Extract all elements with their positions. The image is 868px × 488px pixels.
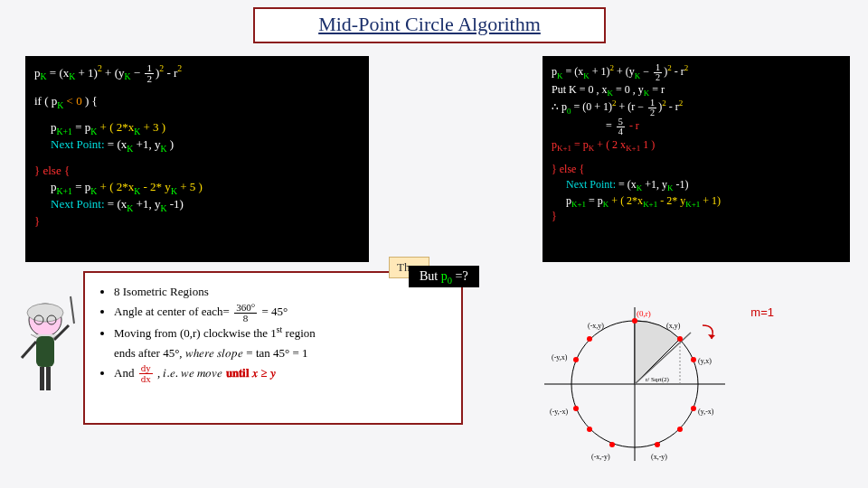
svg-point-22 xyxy=(677,427,683,432)
svg-point-15 xyxy=(632,318,637,324)
algorithm-code-left: pK = (xK + 1)2 + (yK − 12)2 - r2 if ( pK… xyxy=(25,56,369,262)
svg-point-23 xyxy=(587,427,592,432)
svg-rect-7 xyxy=(46,367,51,390)
svg-text:(-x,y): (-x,y) xyxy=(588,322,604,330)
iso-bullet-3: Moving from (0,r) clockwise the 1st regi… xyxy=(114,324,448,363)
svg-text:(y,x): (y,x) xyxy=(698,357,712,365)
svg-text:(-y,x): (-y,x) xyxy=(552,353,568,361)
slope-label: m=1 xyxy=(750,305,774,319)
svg-text:(-y,-x): (-y,-x) xyxy=(550,408,568,416)
code-line: pK = (xK + 1)2 + (yK − 12)2 - r2 xyxy=(552,63,841,82)
iso-bullet-2: Angle at center of each= 360°8 = 45° xyxy=(114,302,448,324)
code-line: ∴ p0 = (0 + 1)2 + (r − 12)2 - r2 xyxy=(552,99,841,117)
algorithm-code-right: pK = (xK + 1)2 + (yK − 12)2 - r2 Put K =… xyxy=(542,56,850,262)
code-line: = 54 - r xyxy=(552,117,841,136)
svg-line-8 xyxy=(22,342,36,358)
iso-bullet-4: And dydx , 𝑖.𝑒. 𝑤𝑒 𝑚𝑜𝑣𝑒 𝐮𝐧𝐭𝐢𝐥 𝑥 ≥ 𝑦 xyxy=(114,363,448,385)
svg-text:(0,r): (0,r) xyxy=(637,309,651,318)
code-line: pK+1 = pK + ( 2 xK+1 1 ) xyxy=(552,137,841,153)
svg-line-0 xyxy=(71,296,74,324)
slide-title: Mid-Point Circle Algorithm xyxy=(253,7,606,43)
teacher-icon xyxy=(9,289,81,398)
code-line: } else { xyxy=(34,163,360,180)
svg-text:(-x,-y): (-x,-y) xyxy=(591,453,610,461)
code-line: if ( pK < 0 ) { xyxy=(34,93,360,110)
svg-point-2 xyxy=(27,304,63,322)
svg-point-17 xyxy=(587,336,592,342)
svg-point-34 xyxy=(655,442,660,447)
svg-rect-6 xyxy=(40,367,44,390)
svg-point-30 xyxy=(691,357,696,362)
svg-text:(x,y): (x,y) xyxy=(666,322,681,330)
code-line: pK+1 = pK + ( 2*xK - 2* yK + 5 ) xyxy=(34,179,360,196)
code-line: Next Point: = (xK +1, yK -1) xyxy=(34,196,360,213)
code-line: pK = (xK + 1)2 + (yK − 12)2 - r2 xyxy=(34,63,360,84)
code-line: } xyxy=(34,213,360,230)
code-line: Next Point: = (xK +1, yK -1) xyxy=(552,177,841,192)
svg-text:(y,-x): (y,-x) xyxy=(698,408,714,416)
svg-point-16 xyxy=(677,336,683,342)
svg-text:(x,-y): (x,-y) xyxy=(651,453,667,461)
svg-point-31 xyxy=(573,406,579,411)
svg-point-29 xyxy=(573,357,579,362)
code-line: } xyxy=(552,209,841,224)
svg-text:r/ Sqrt(2): r/ Sqrt(2) xyxy=(646,376,670,383)
code-line: pK+1 = pK + ( 2*xK + 3 ) xyxy=(34,119,360,136)
svg-point-32 xyxy=(691,406,696,411)
svg-rect-5 xyxy=(36,336,54,367)
but-question: But p0 =? xyxy=(409,266,479,287)
circle-octants-diagram: (0,r) (-x,y) (x,y) (-y,x) (y,x) (-y,-x) … xyxy=(544,298,725,470)
isometric-regions-panel: 8 Isometric Regions Angle at center of e… xyxy=(83,271,463,425)
code-line: Next Point: = (xK +1, yK ) xyxy=(34,136,360,154)
iso-bullet-1: 8 Isometric Regions xyxy=(114,282,448,302)
svg-point-33 xyxy=(609,442,615,447)
svg-marker-45 xyxy=(708,334,715,339)
code-line: pK+1 = pK + ( 2*xK+1 - 2* yK+1 + 1) xyxy=(552,193,841,209)
code-line: } else { xyxy=(552,162,841,177)
code-line: Put K = 0 , xK = 0 , yK = r xyxy=(552,82,841,98)
